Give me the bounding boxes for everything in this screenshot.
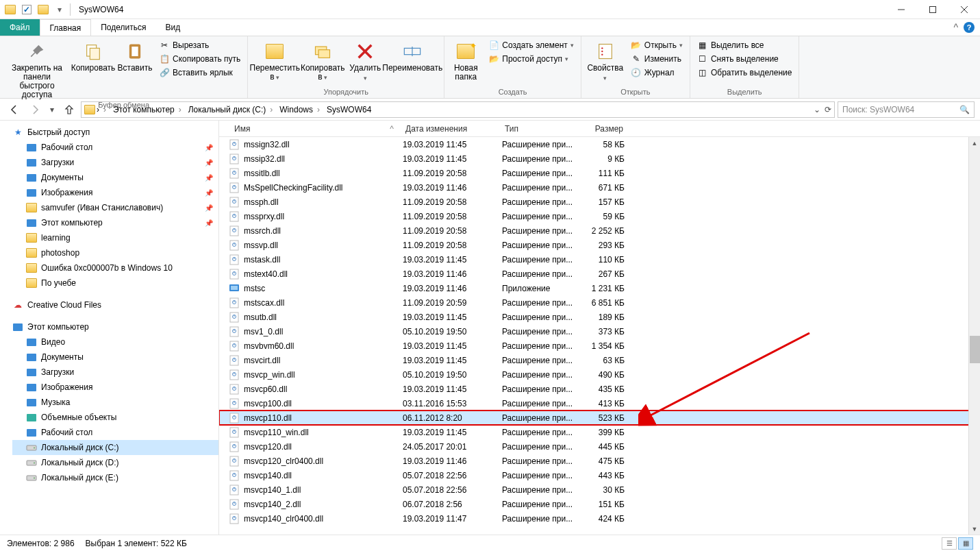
open-button[interactable]: 📂Открыть — [628, 39, 686, 51]
table-row[interactable]: msv1_0.dll 05.10.2019 19:50 Расширение п… — [219, 324, 980, 339]
up-button[interactable] — [60, 101, 78, 119]
sidebar-item[interactable]: Загрузки📌 — [12, 155, 218, 170]
cut-button[interactable]: ✂Вырезать — [156, 39, 243, 51]
table-row[interactable]: mstask.dll 19.03.2019 11:45 Расширение п… — [219, 252, 980, 267]
table-row[interactable]: mssign32.dll 19.03.2019 11:45 Расширение… — [219, 137, 980, 151]
select-all-button[interactable]: ▦Выделить все — [694, 39, 795, 51]
table-row[interactable]: mssprxy.dll 11.09.2019 20:58 Расширение … — [219, 209, 980, 223]
table-row[interactable]: mssph.dll 11.09.2019 20:58 Расширение пр… — [219, 195, 980, 209]
sidebar-item[interactable]: Локальный диск (D:) — [12, 455, 218, 470]
paste-button[interactable]: Вставить — [116, 39, 153, 74]
file-list[interactable]: mssign32.dll 19.03.2019 11:45 Расширение… — [219, 137, 980, 535]
qat-customize-icon[interactable]: ▾ — [52, 2, 67, 17]
table-row[interactable]: msvcp110_win.dll 19.03.2019 11:45 Расшир… — [219, 425, 980, 439]
column-type[interactable]: Тип — [499, 124, 578, 134]
table-row[interactable]: msvcp120.dll 24.05.2017 20:01 Расширение… — [219, 439, 980, 454]
new-folder-button[interactable]: ✦Новая папка — [449, 39, 483, 83]
navigation-pane[interactable]: ★Быстрый доступРабочий стол📌Загрузки📌Док… — [0, 121, 219, 535]
refresh-icon[interactable]: ⟳ — [825, 105, 831, 114]
sidebar-item[interactable]: Музыка — [12, 395, 218, 410]
table-row[interactable]: msvcp120_clr0400.dll 19.03.2019 11:46 Ра… — [219, 454, 980, 468]
sidebar-item[interactable]: Рабочий стол — [12, 425, 218, 440]
sidebar-item[interactable]: samvufer (Иван Станиславович)📌 — [12, 200, 218, 215]
rename-button[interactable]: Переименовать — [385, 39, 440, 74]
table-row[interactable]: msutb.dll 19.03.2019 11:45 Расширение пр… — [219, 310, 980, 324]
sidebar-item[interactable]: Ошибка 0xc000007b в Windows 10 — [12, 260, 218, 276]
close-button[interactable] — [948, 0, 980, 19]
table-row[interactable]: mstsc 19.03.2019 11:46 Приложение 1 231 … — [219, 281, 980, 295]
sidebar-item[interactable]: Локальный диск (C:) — [12, 440, 218, 455]
table-row[interactable]: msvbvm60.dll 19.03.2019 11:45 Расширение… — [219, 339, 980, 353]
table-row[interactable]: mssitlb.dll 11.09.2019 20:58 Расширение … — [219, 166, 980, 180]
table-row[interactable]: msvcp140_2.dll 06.07.2018 2:56 Расширени… — [219, 497, 980, 511]
ribbon-collapse-icon[interactable]: ^ — [953, 22, 958, 33]
table-row[interactable]: msvcirt.dll 19.03.2019 11:45 Расширение … — [219, 353, 980, 367]
tab-share[interactable]: Поделиться — [91, 19, 155, 36]
sidebar-item[interactable]: Изображения📌 — [12, 185, 218, 200]
table-row[interactable]: mssvp.dll 11.09.2019 20:58 Расширение пр… — [219, 238, 980, 252]
sidebar-item[interactable]: photoshop — [12, 245, 218, 260]
sidebar-item[interactable]: Загрузки — [12, 365, 218, 380]
address-bar[interactable]: › Этот компьютер Локальный диск (C:) Win… — [81, 101, 835, 118]
copy-to-button[interactable]: Копировать в — [300, 39, 345, 84]
maximize-button[interactable] — [917, 0, 948, 19]
select-none-button[interactable]: ☐Снять выделение — [694, 53, 795, 65]
column-date[interactable]: Дата изменения — [400, 124, 499, 134]
table-row[interactable]: mstscax.dll 11.09.2019 20:59 Расширение … — [219, 295, 980, 310]
tab-view[interactable]: Вид — [155, 19, 190, 36]
sidebar-item[interactable]: Рабочий стол📌 — [12, 140, 218, 155]
recent-locations-button[interactable]: ▾ — [47, 101, 58, 119]
table-row[interactable]: mssrch.dll 11.09.2019 20:58 Расширение п… — [219, 223, 980, 238]
sidebar-item[interactable]: По учебе — [12, 276, 218, 291]
table-row[interactable]: msvcp60.dll 19.03.2019 11:45 Расширение … — [219, 382, 980, 396]
table-row[interactable]: msvcp140_clr0400.dll 19.03.2019 11:47 Ра… — [219, 511, 980, 526]
table-row[interactable]: msvcp_win.dll 05.10.2019 19:50 Расширени… — [219, 367, 980, 382]
forward-button[interactable] — [26, 101, 44, 119]
qat-new-folder-icon[interactable] — [36, 2, 51, 17]
addr-dropdown-icon[interactable]: ⌄ — [814, 105, 820, 114]
table-row[interactable]: msvcp140.dll 05.07.2018 22:56 Расширение… — [219, 468, 980, 482]
table-row[interactable]: msvcp110.dll 06.11.2012 8:20 Расширение … — [219, 411, 980, 425]
sidebar-item[interactable]: Этот компьютер📌 — [12, 215, 218, 230]
sidebar-item[interactable]: Изображения — [12, 380, 218, 395]
copy-path-button[interactable]: 📋Скопировать путь — [156, 53, 243, 65]
edit-button[interactable]: ✎Изменить — [628, 53, 686, 65]
history-button[interactable]: 🕘Журнал — [628, 66, 686, 79]
sidebar-item[interactable]: Объемные объекты — [12, 410, 218, 425]
table-row[interactable]: msvcp100.dll 03.11.2016 15:53 Расширение… — [219, 396, 980, 411]
sidebar-quick-access[interactable]: ★Быстрый доступ — [12, 125, 218, 140]
move-to-button[interactable]: Переместить в — [252, 39, 297, 84]
sidebar-item[interactable]: Локальный диск (E:) — [12, 470, 218, 485]
search-input[interactable]: Поиск: SysWOW64 🔍 — [838, 101, 975, 118]
vertical-scrollbar[interactable]: ▲ ▼ — [968, 137, 980, 535]
sidebar-item[interactable]: Видео — [12, 334, 218, 350]
tab-file[interactable]: Файл — [0, 19, 40, 36]
copy-button[interactable]: Копировать — [73, 39, 114, 74]
back-button[interactable] — [5, 101, 23, 119]
scroll-up-icon[interactable]: ▲ — [969, 137, 980, 149]
column-name[interactable]: Имя^ — [229, 124, 400, 134]
table-row[interactable]: msvcp140_1.dll 05.07.2018 22:56 Расширен… — [219, 482, 980, 497]
table-row[interactable]: mssip32.dll 19.03.2019 11:45 Расширение … — [219, 151, 980, 166]
minimize-button[interactable] — [885, 0, 917, 19]
easy-access-button[interactable]: 📂Простой доступ — [486, 53, 577, 65]
paste-shortcut-button[interactable]: 🔗Вставить ярлык — [156, 66, 243, 79]
sidebar-creative-cloud[interactable]: ☁Creative Cloud Files — [12, 297, 218, 313]
invert-selection-button[interactable]: ◫Обратить выделение — [694, 66, 795, 79]
pin-to-quick-access-button[interactable]: Закрепить на панели быстрого доступа — [4, 39, 70, 101]
column-size[interactable]: Размер — [578, 124, 629, 134]
new-item-button[interactable]: 📄Создать элемент — [486, 39, 577, 51]
help-icon[interactable]: ? — [964, 22, 975, 33]
table-row[interactable]: MsSpellCheckingFacility.dll 19.03.2019 1… — [219, 180, 980, 195]
tab-home[interactable]: Главная — [40, 19, 92, 36]
thumbnails-view-button[interactable]: ▦ — [958, 537, 973, 550]
sidebar-item[interactable]: Документы — [12, 350, 218, 365]
details-view-button[interactable]: ☰ — [942, 537, 957, 550]
delete-button[interactable]: Удалить — [348, 39, 382, 84]
sidebar-item[interactable]: Документы📌 — [12, 170, 218, 185]
properties-button[interactable]: Свойства — [586, 39, 625, 84]
scroll-thumb[interactable] — [970, 336, 980, 363]
sidebar-this-pc[interactable]: Этот компьютер — [12, 319, 218, 334]
sidebar-item[interactable]: learning — [12, 230, 218, 245]
qat-properties-icon[interactable]: ✓ — [19, 2, 34, 17]
